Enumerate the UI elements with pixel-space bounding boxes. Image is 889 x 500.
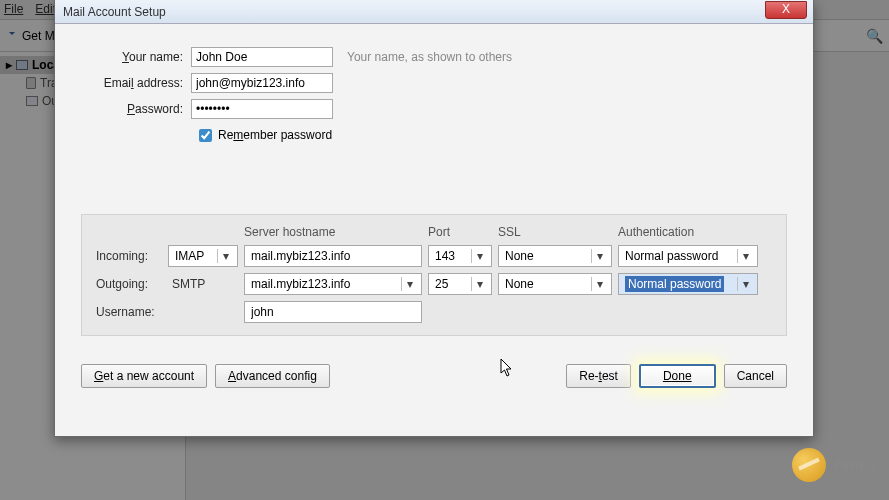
password-label: Password: (81, 102, 191, 116)
outgoing-type: SMTP (168, 277, 238, 291)
watermark: FastCo (792, 448, 875, 482)
dialog-title: Mail Account Setup (63, 5, 166, 19)
server-settings-panel: Server hostname Port SSL Authentication … (81, 214, 787, 336)
name-label: Your name: (81, 50, 191, 64)
chevron-down-icon: ▾ (471, 277, 487, 291)
account-setup-dialog: Mail Account Setup X Your name: Your nam… (54, 0, 814, 437)
watermark-icon (792, 448, 826, 482)
incoming-ssl-select[interactable]: None▾ (498, 245, 612, 267)
header-ssl: SSL (498, 225, 612, 239)
advanced-config-button[interactable]: Advanced config (215, 364, 330, 388)
chevron-down-icon: ▾ (401, 277, 417, 291)
chevron-down-icon: ▾ (737, 277, 753, 291)
close-button[interactable]: X (765, 1, 807, 19)
chevron-down-icon: ▾ (217, 249, 233, 263)
name-hint: Your name, as shown to others (347, 50, 512, 64)
incoming-type-select[interactable]: IMAP▾ (168, 245, 238, 267)
header-host: Server hostname (244, 225, 422, 239)
outgoing-host-select[interactable]: mail.mybiz123.info▾ (244, 273, 422, 295)
incoming-auth-select[interactable]: Normal password▾ (618, 245, 758, 267)
cancel-button[interactable]: Cancel (724, 364, 787, 388)
username-label: Username: (92, 305, 162, 319)
password-input[interactable] (191, 99, 333, 119)
done-button[interactable]: Done (639, 364, 716, 388)
name-input[interactable] (191, 47, 333, 67)
header-auth: Authentication (618, 225, 758, 239)
watermark-text: FastCo (834, 458, 875, 472)
outgoing-auth-select[interactable]: Normal password▾ (618, 273, 758, 295)
get-new-account-button[interactable]: Get a new account (81, 364, 207, 388)
incoming-label: Incoming: (92, 249, 162, 263)
outgoing-label: Outgoing: (92, 277, 162, 291)
chevron-down-icon: ▾ (591, 277, 607, 291)
outgoing-port-select[interactable]: 25▾ (428, 273, 492, 295)
retest-button[interactable]: Re-test (566, 364, 631, 388)
username-input[interactable] (244, 301, 422, 323)
chevron-down-icon: ▾ (471, 249, 487, 263)
outgoing-ssl-select[interactable]: None▾ (498, 273, 612, 295)
email-input[interactable] (191, 73, 333, 93)
header-port: Port (428, 225, 492, 239)
incoming-port-select[interactable]: 143▾ (428, 245, 492, 267)
email-label: Email address: (81, 76, 191, 90)
chevron-down-icon: ▾ (737, 249, 753, 263)
remember-checkbox-input[interactable] (199, 129, 212, 142)
chevron-down-icon: ▾ (591, 249, 607, 263)
remember-password-checkbox[interactable]: Remember password (199, 128, 332, 142)
dialog-titlebar: Mail Account Setup X (55, 0, 813, 24)
close-icon: X (782, 2, 790, 16)
incoming-host-input[interactable] (244, 245, 422, 267)
